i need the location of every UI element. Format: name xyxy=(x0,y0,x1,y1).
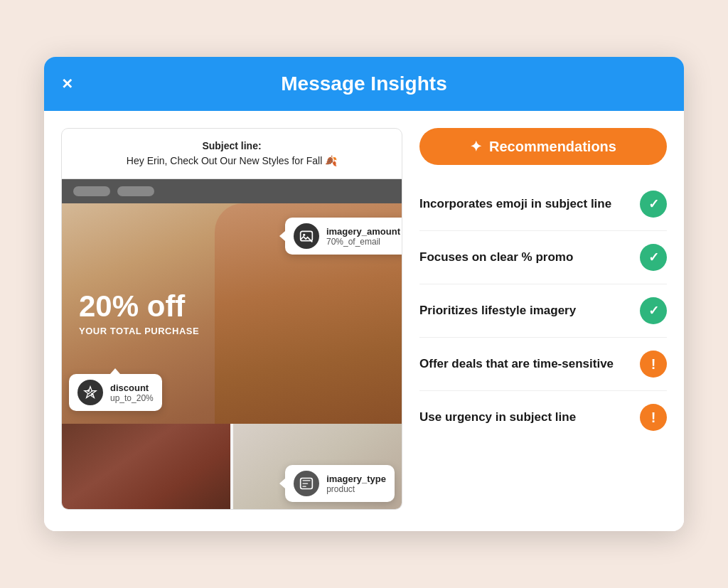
imagery-type-tooltip: imagery_type product xyxy=(285,465,395,502)
modal: ✕ Message Insights Subject line: Hey Eri… xyxy=(44,57,684,531)
product-img-1 xyxy=(62,424,230,509)
svg-point-2 xyxy=(87,390,90,392)
subject-line-label: Subject line: xyxy=(202,140,261,151)
recommendations-button[interactable]: ✦ Recommendations xyxy=(419,128,667,165)
nav-pill-1 xyxy=(73,186,110,196)
imagery-label: imagery_amount xyxy=(326,226,400,237)
imagery-icon xyxy=(294,223,319,249)
rec-status-lifestyle xyxy=(640,297,667,324)
recommendations-label: Recommendations xyxy=(489,139,616,155)
rec-label-promo: Focuses on clear % promo xyxy=(419,250,640,265)
imagery-type-tooltip-text: imagery_type product xyxy=(326,474,386,494)
imagery-tooltip: imagery_amount 70%_of_email xyxy=(285,218,402,255)
rec-status-emoji xyxy=(640,191,667,218)
discount-label: discount xyxy=(110,383,154,393)
modal-header: ✕ Message Insights xyxy=(44,57,684,111)
email-hero: 20% off YOUR TOTAL PURCHASE xyxy=(62,203,402,424)
subject-line-box: Subject line: Hey Erin, Check Out Our Ne… xyxy=(61,128,402,179)
svg-point-4 xyxy=(91,393,93,395)
rec-label-lifestyle: Prioritizes lifestyle imagery xyxy=(419,303,640,319)
modal-body: Subject line: Hey Erin, Check Out Our Ne… xyxy=(44,111,684,531)
purchase-text: YOUR TOTAL PURCHASE xyxy=(79,326,199,336)
imagery-type-label: imagery_type xyxy=(326,474,386,484)
rec-item-lifestyle: Prioritizes lifestyle imagery xyxy=(419,284,667,338)
rec-label-emoji: Incorporates emoji in subject line xyxy=(419,196,640,212)
rec-status-promo xyxy=(640,244,667,271)
imagery-value: 70%_of_email xyxy=(326,237,400,247)
rec-label-deals: Offer deals that are time-sensitive xyxy=(419,356,640,372)
svg-point-1 xyxy=(303,234,305,236)
imagery-type-value: product xyxy=(326,484,386,494)
nav-pill-2 xyxy=(117,186,154,196)
discount-tooltip-text: discount up_to_20% xyxy=(110,383,154,403)
right-panel: ✦ Recommendations Incorporates emoji in … xyxy=(419,128,667,510)
subject-line-text: Hey Erin, Check Out Our New Styles for F… xyxy=(127,155,337,166)
rec-item-emoji: Incorporates emoji in subject line xyxy=(419,178,667,231)
discount-icon xyxy=(77,380,103,405)
rec-item-deals: Offer deals that are time-sensitive xyxy=(419,338,667,391)
rec-item-urgency: Use urgency in subject line xyxy=(419,391,667,444)
discount-tooltip: discount up_to_20% xyxy=(69,374,162,411)
rec-item-promo: Focuses on clear % promo xyxy=(419,231,667,284)
modal-title: Message Insights xyxy=(281,73,446,95)
email-preview: 20% off YOUR TOTAL PURCHASE xyxy=(61,179,402,510)
rec-status-urgency xyxy=(640,404,667,431)
recommendation-list: Incorporates emoji in subject line Focus… xyxy=(419,178,667,444)
email-nav-bar xyxy=(62,179,402,203)
imagery-type-icon xyxy=(294,471,319,496)
close-button[interactable]: ✕ xyxy=(61,75,73,92)
sparkle-icon: ✦ xyxy=(470,138,482,155)
rec-status-deals xyxy=(640,351,667,378)
imagery-tooltip-text: imagery_amount 70%_of_email xyxy=(326,226,400,247)
discount-text: 20% off xyxy=(79,292,185,321)
rec-label-urgency: Use urgency in subject line xyxy=(419,410,640,425)
left-panel: Subject line: Hey Erin, Check Out Our Ne… xyxy=(61,128,402,510)
email-bottom-strip: imagery_type product xyxy=(62,424,402,509)
discount-value: up_to_20% xyxy=(110,393,154,403)
